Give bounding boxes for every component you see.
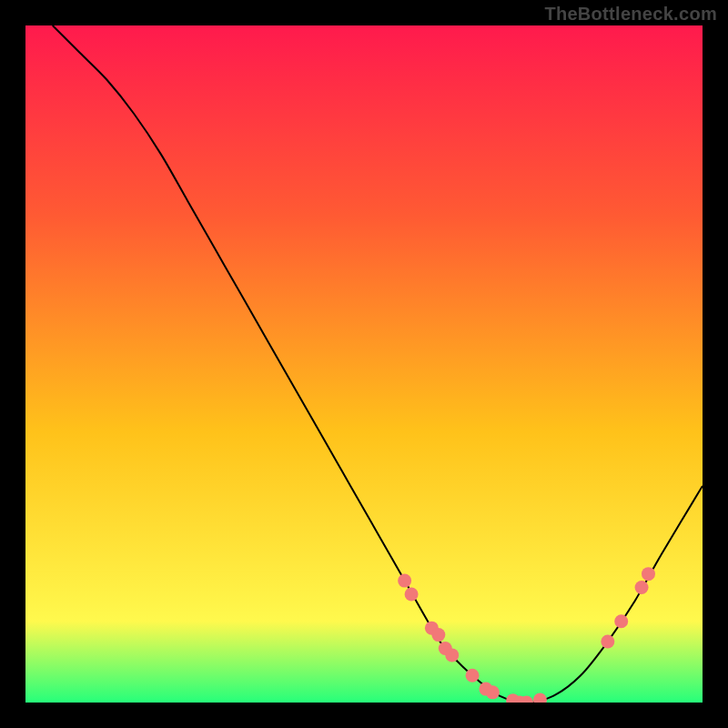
marker-dots-group bbox=[398, 567, 655, 703]
watermark-text: TheBottleneck.com bbox=[544, 4, 717, 25]
marker-dot bbox=[601, 635, 614, 649]
marker-dot bbox=[405, 587, 419, 601]
marker-dot bbox=[398, 574, 411, 588]
plot-area bbox=[25, 25, 703, 703]
chart-container: TheBottleneck.com bbox=[0, 0, 728, 728]
marker-dot bbox=[635, 581, 649, 594]
marker-dot bbox=[486, 685, 500, 699]
marker-dot bbox=[445, 648, 459, 662]
marker-dot bbox=[642, 567, 655, 581]
dots-layer bbox=[25, 25, 703, 703]
marker-dot bbox=[466, 669, 480, 682]
marker-dot bbox=[431, 628, 445, 642]
marker-dot bbox=[533, 693, 547, 703]
marker-dot bbox=[614, 614, 628, 628]
